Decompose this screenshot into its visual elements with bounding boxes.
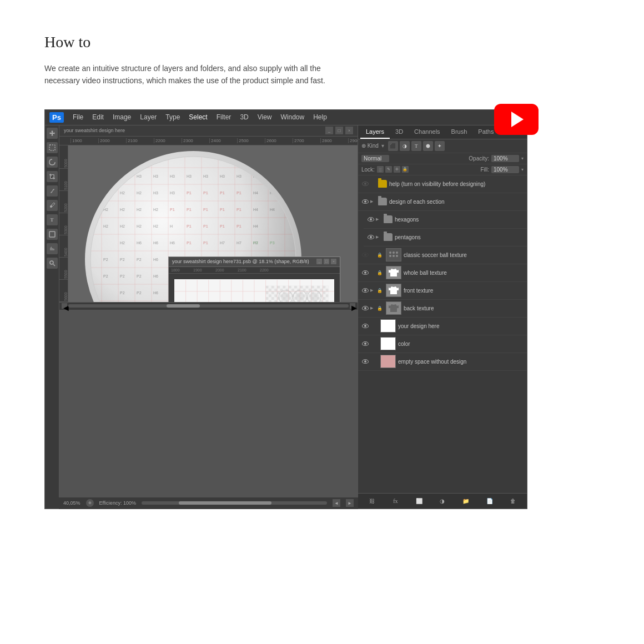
fill-arrow[interactable]: ▾ [521,167,524,172]
scroll-right[interactable]: ► [350,303,355,309]
layer-arrow-design[interactable]: ▶ [370,199,376,204]
layer-visibility-design[interactable] [360,197,370,207]
ps-lock-row: Lock: ░ ✎ ✛ 🔒 Fill: 100% ▾ [358,164,527,175]
layer-thumb-empty [380,355,396,368]
tool-crop[interactable] [47,171,58,182]
layer-visibility-back[interactable] [360,303,370,313]
tool-zoom[interactable] [47,258,58,269]
menu-select[interactable]: Select [189,113,207,121]
kind-shape-icon[interactable]: ⬢ [423,141,433,151]
layer-visibility-color[interactable] [360,339,370,349]
window-close[interactable]: × [345,127,353,134]
svg-text:H4: H4 [253,208,258,212]
lock-transparency[interactable]: ░ [377,166,384,173]
kind-smart-icon[interactable]: ✦ [435,141,445,151]
fill-label: Fill: [480,167,489,173]
tool-move[interactable] [47,128,58,139]
blend-mode-dropdown[interactable]: Normal [361,155,389,162]
kind-adjust-icon[interactable]: ◑ [400,141,410,151]
svg-text:H4: H4 [253,224,258,228]
layer-arrow-back[interactable]: ▶ [370,306,376,310]
lock-position[interactable]: ✛ [394,166,400,173]
layer-empty-space[interactable]: empty space without design [358,353,527,371]
tool-shape[interactable] [47,229,58,240]
kind-pixel-icon[interactable]: ⬛ [388,141,398,151]
layer-visibility-classic[interactable] [360,250,370,260]
layer-adjustment-icon[interactable]: ◑ [438,496,447,505]
layer-pentagons[interactable]: ▶ pentagons [364,229,527,246]
layer-back-texture[interactable]: ▶ 🔒 back texture [358,300,527,318]
layer-front-texture[interactable]: ▶ 🔒 front texture [358,282,527,300]
layer-arrow-pentagons[interactable]: ▶ [376,235,381,239]
lock-all[interactable]: 🔒 [402,166,409,173]
svg-point-200 [389,251,391,254]
layer-color[interactable]: color [358,335,527,353]
tool-hand[interactable] [47,243,58,254]
opacity-arrow[interactable]: ▾ [521,156,524,161]
layer-visibility-front[interactable] [360,285,370,295]
menu-window[interactable]: Window [281,113,305,121]
window-maximize[interactable]: □ [335,127,343,134]
svg-text:P2: P2 [137,258,142,261]
menu-image[interactable]: Image [113,113,131,121]
link-layers-icon[interactable]: ⛓ [368,496,376,505]
layer-effects-icon[interactable]: fx [391,496,400,505]
menu-filter[interactable]: Filter [217,113,232,121]
layer-hexagons[interactable]: ▶ hexagons [364,211,527,229]
menu-view[interactable]: View [258,113,272,121]
svg-line-4 [53,264,55,266]
tab-channels[interactable]: Channels [409,125,445,139]
tab-3d[interactable]: 3D [390,125,409,139]
tool-select[interactable] [47,142,58,153]
layer-name-help: help (turn on visibility before designin… [389,181,525,187]
layer-arrow-front[interactable]: ▶ [370,288,376,293]
menu-help[interactable]: Help [313,113,327,121]
layer-visibility-hexagons[interactable] [366,214,376,224]
layer-whole-ball[interactable]: 🔒 whole ball texture [358,264,527,282]
sub-restore[interactable]: □ [324,259,329,264]
sub-close[interactable]: × [331,259,336,264]
menu-3d[interactable]: 3D [240,113,248,121]
ps-layers-list[interactable]: help (turn on visibility before designin… [358,175,527,493]
window-minimize[interactable]: _ [325,127,333,134]
sub-minimize[interactable]: _ [316,259,322,264]
nav-left[interactable]: ◄ [333,499,340,507]
layer-visibility-whole[interactable] [360,268,370,278]
opacity-value[interactable]: 100% [491,155,519,162]
nav-right[interactable]: ► [346,499,354,507]
tool-text[interactable]: T [47,214,58,225]
layer-arrow-hexagons[interactable]: ▶ [376,217,381,222]
layer-visibility-empty[interactable] [360,356,370,366]
layer-help[interactable]: help (turn on visibility before designin… [358,175,527,193]
ps-kind-row: ⊕ Kind ▾ ⬛ ◑ T ⬢ ✦ [358,139,527,153]
svg-text:P2: P2 [137,291,142,295]
new-layer-icon[interactable]: 📄 [485,496,494,505]
new-group-icon[interactable]: 📁 [461,496,470,505]
layer-classic-soccer[interactable]: 🔒 [358,246,527,264]
layer-visibility-your-design[interactable] [360,321,370,331]
layer-mask-icon[interactable]: ⬜ [415,496,424,505]
ps-canvas-main[interactable]: H2 H2 H3 H3 H3 H3 H3 H3 [68,145,358,302]
tool-brush[interactable] [47,200,58,211]
zoom-icon[interactable]: ⊕ [86,499,94,507]
fill-value[interactable]: 100% [491,166,519,173]
menu-edit[interactable]: Edit [92,113,104,121]
tab-brush[interactable]: Brush [446,125,473,139]
menu-layer[interactable]: Layer [140,113,157,121]
scroll-left[interactable]: ◄ [62,303,67,309]
youtube-play-button[interactable] [494,104,539,135]
delete-layer-icon[interactable]: 🗑 [509,496,517,505]
kind-type-icon[interactable]: T [411,141,421,151]
svg-text:P1: P1 [203,208,208,212]
kind-arrow[interactable]: ▾ [381,143,384,149]
layer-your-design[interactable]: your design here [358,318,527,335]
layer-visibility-help[interactable] [360,179,370,189]
menu-file[interactable]: File [73,113,83,121]
layer-visibility-pentagons[interactable] [366,232,376,242]
tool-lasso[interactable] [47,157,58,168]
layer-design-each[interactable]: ▶ design of each section [358,193,527,211]
lock-image[interactable]: ✎ [385,166,392,173]
menu-type[interactable]: Type [165,113,180,121]
tab-layers[interactable]: Layers [360,125,390,139]
tool-eyedropper[interactable] [47,185,58,197]
